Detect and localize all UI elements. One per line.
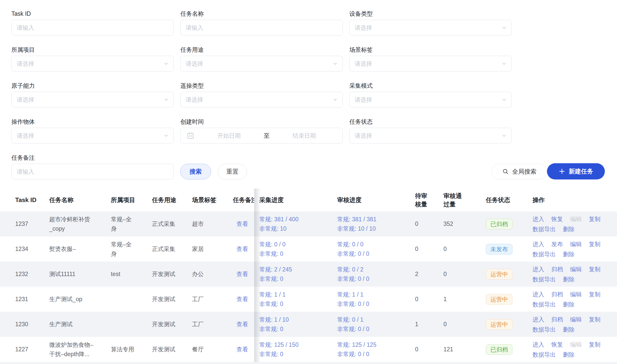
field-collect-mode: 采集模式 请选择: [349, 82, 512, 107]
purpose-cell: 正式采集: [152, 211, 192, 236]
collect-progress: 常规: 2 / 245非常规: 0: [259, 265, 332, 284]
copy-link[interactable]: 复制: [589, 316, 601, 323]
view-note-link[interactable]: 查看: [236, 346, 248, 353]
enter-link[interactable]: 进入: [533, 266, 544, 272]
purpose-cell: 开发测试: [152, 337, 192, 362]
enter-link[interactable]: 进入: [533, 291, 544, 298]
task-name-input[interactable]: [186, 20, 337, 35]
reset-button[interactable]: 重置: [218, 164, 247, 179]
enter-link[interactable]: 进入: [533, 216, 544, 222]
device-type-placeholder: 请选择: [355, 24, 372, 32]
object-select[interactable]: 请选择: [11, 128, 174, 143]
project-cell: 常规–全身: [111, 211, 152, 236]
restore-link[interactable]: 恢复: [551, 216, 563, 222]
view-note-link[interactable]: 查看: [236, 221, 248, 227]
enter-link[interactable]: 进入: [533, 341, 544, 348]
view-note-link[interactable]: 查看: [236, 321, 248, 327]
edit-link[interactable]: 编辑: [570, 241, 582, 247]
review-progress: 常规: 125 / 125非常规: 0 / 0: [337, 340, 410, 359]
pending-count: 0: [410, 211, 438, 236]
data-export-link[interactable]: 数据导出: [533, 226, 556, 232]
view-note-link[interactable]: 查看: [236, 271, 248, 277]
create-time-range-picker[interactable]: 开始日期 至 结束日期: [180, 128, 343, 143]
passed-count: 0: [438, 312, 481, 337]
enter-link[interactable]: 进入: [533, 316, 544, 323]
copy-link[interactable]: 复制: [589, 291, 601, 298]
copy-link[interactable]: 复制: [589, 241, 601, 247]
field-atomic-ability: 原子能力 请选择: [11, 82, 174, 107]
partial-next-row: [0, 362, 617, 364]
table-row: 常规: 2 / 245非常规: 0 常规: 0 / 2非常规: 0 / 0 2 …: [254, 262, 617, 287]
table-row: 常规: 381 / 400非常规: 10 常规: 381 / 381非常规: 1…: [254, 211, 617, 236]
status-badge: 未发布: [486, 244, 512, 254]
pending-count: 0: [410, 287, 438, 312]
chevron-down-icon: [332, 61, 338, 66]
publish-link[interactable]: 发布: [551, 241, 563, 247]
project-select[interactable]: 请选择: [11, 56, 174, 71]
archive-link[interactable]: 归档: [551, 266, 563, 272]
collect-mode-label: 采集模式: [349, 82, 512, 89]
search-button[interactable]: 搜索: [180, 164, 211, 179]
pending-count: 0: [410, 337, 438, 362]
delete-link[interactable]: 删除: [563, 226, 575, 232]
view-note-link[interactable]: 查看: [236, 246, 248, 252]
field-device-type: 设备类型 请选择: [349, 10, 512, 35]
delete-link[interactable]: 删除: [563, 276, 575, 283]
scene-tag-label: 场景标签: [349, 46, 512, 53]
global-search-button[interactable]: 全局搜索: [492, 164, 547, 179]
task-name-cell: 熨烫衣服–: [49, 236, 111, 262]
data-export-link[interactable]: 数据导出: [533, 351, 556, 358]
teleop-type-select[interactable]: 请选择: [180, 92, 343, 107]
collect-mode-select[interactable]: 请选择: [349, 92, 512, 107]
data-export-link[interactable]: 数据导出: [533, 326, 556, 333]
restore-link[interactable]: 恢复: [551, 341, 563, 348]
row-actions: 进入恢复编辑复制 数据导出删除: [533, 214, 617, 234]
purpose-placeholder: 请选择: [186, 60, 203, 68]
data-export-link[interactable]: 数据导出: [533, 251, 556, 258]
archive-link[interactable]: 归档: [551, 316, 563, 323]
copy-link[interactable]: 复制: [589, 266, 601, 272]
data-export-link[interactable]: 数据导出: [533, 276, 556, 283]
archive-link[interactable]: 归档: [551, 291, 563, 298]
table-row: 1227 微波炉加热食物–干扰–depth降... 算法专用 开发测试 餐厅 查…: [0, 337, 254, 362]
project-placeholder: 请选择: [17, 60, 34, 68]
table-row: 常规: 0 / 0非常规: 0 常规: 0 / 0非常规: 0 / 0 0 0 …: [254, 236, 617, 262]
data-export-link[interactable]: 数据导出: [533, 301, 556, 308]
chevron-down-icon: [163, 61, 169, 66]
row-actions: 进入发布编辑复制 数据导出删除: [533, 239, 617, 259]
scene-tag-select[interactable]: 请选择: [349, 56, 512, 71]
purpose-select[interactable]: 请选择: [180, 56, 343, 71]
purpose-cell: 开发测试: [152, 262, 192, 287]
collect-progress: 常规: 1 / 1非常规: 0: [259, 290, 332, 309]
copy-link[interactable]: 复制: [589, 341, 601, 348]
delete-link[interactable]: 删除: [563, 301, 575, 308]
view-note-link[interactable]: 查看: [236, 296, 248, 302]
copy-link[interactable]: 复制: [589, 216, 601, 222]
edit-link[interactable]: 编辑: [570, 291, 582, 298]
chevron-down-icon: [163, 97, 169, 102]
col-header-collect-progress: 采集进度: [254, 189, 332, 211]
task-id-input[interactable]: [17, 20, 168, 35]
atomic-ability-label: 原子能力: [11, 82, 174, 89]
passed-count: 352: [438, 211, 481, 236]
edit-link[interactable]: 编辑: [570, 316, 582, 323]
task-note-input[interactable]: [17, 164, 168, 179]
edit-link[interactable]: 编辑: [570, 266, 582, 272]
project-cell: [111, 312, 152, 337]
atomic-ability-select[interactable]: 请选择: [11, 92, 174, 107]
delete-link[interactable]: 删除: [563, 326, 575, 333]
chevron-down-icon: [501, 25, 507, 30]
row-actions: 进入归档编辑复制 数据导出删除: [533, 314, 617, 335]
field-task-id: Task ID: [11, 10, 174, 35]
delete-link[interactable]: 删除: [563, 251, 575, 258]
task-status-select[interactable]: 请选择: [349, 128, 512, 143]
create-task-button[interactable]: 新建任务: [547, 163, 605, 179]
delete-link[interactable]: 删除: [563, 351, 575, 358]
task-note-label: 任务备注: [11, 154, 174, 161]
enter-link[interactable]: 进入: [533, 241, 544, 247]
device-type-select[interactable]: 请选择: [349, 20, 512, 35]
row-actions: 进入归档编辑复制 数据导出删除: [533, 264, 617, 284]
purpose-cell: 开发测试: [152, 287, 192, 312]
col-header-pending-count: 待审核量: [410, 189, 438, 211]
status-badge: 运营中: [486, 294, 512, 305]
